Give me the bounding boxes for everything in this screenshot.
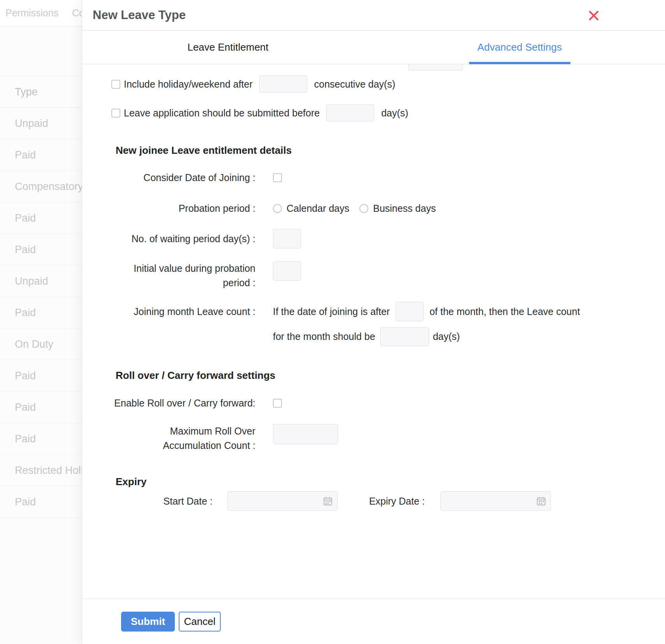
initial-value-label: Initial value during probation period : bbox=[82, 261, 255, 290]
background-page: Permissions Co Type Unpaid Paid Compensa… bbox=[0, 0, 82, 644]
max-rollover-label: Maximum Roll Over Accumulation Count : bbox=[82, 424, 255, 453]
joining-line2-suffix: day(s) bbox=[433, 331, 460, 342]
calendar-days-label: Calendar days bbox=[287, 203, 349, 214]
modal-header: New Leave Type bbox=[82, 0, 665, 31]
rollover-heading: Roll over / Carry forward settings bbox=[116, 369, 665, 382]
joining-month-label: Joining month Leave count : bbox=[82, 302, 255, 321]
consider-doj-checkbox[interactable] bbox=[273, 173, 282, 182]
modal-footer: Submit Cancel bbox=[82, 598, 665, 644]
table-header-type: Type bbox=[0, 76, 82, 108]
probation-period-label: Probation period : bbox=[82, 201, 255, 216]
table-row: Paid bbox=[0, 297, 82, 329]
background-panel: Type Unpaid Paid Compensatory Off Paid P… bbox=[0, 26, 82, 644]
submit-before-checkbox[interactable] bbox=[111, 109, 120, 118]
close-button[interactable] bbox=[587, 9, 601, 23]
enable-rollover-checkbox[interactable] bbox=[273, 399, 282, 408]
table-row: Paid bbox=[0, 234, 82, 266]
table-row: Unpaid bbox=[0, 108, 82, 139]
modal-title: New Leave Type bbox=[93, 0, 186, 30]
include-holiday-row: Include holiday/weekend after consecutiv… bbox=[111, 76, 665, 93]
waiting-period-input[interactable] bbox=[273, 229, 301, 248]
nav-tab-partial: Co bbox=[72, 0, 82, 26]
table-row: Paid bbox=[0, 392, 82, 423]
submit-before-suffix: day(s) bbox=[381, 107, 408, 119]
max-rollover-input[interactable] bbox=[273, 424, 338, 444]
joining-month-line1: If the date of joining is after of the m… bbox=[273, 302, 580, 321]
table-row: Restricted Holiday bbox=[0, 455, 82, 486]
tab-advanced-settings-label: Advanced Settings bbox=[477, 41, 562, 53]
consider-doj-row: Consider Date of Joining : bbox=[82, 171, 665, 185]
enable-rollover-label: Enable Roll over / Carry forward: bbox=[82, 396, 255, 410]
modal-body: Include holiday/weekend after consecutiv… bbox=[82, 64, 665, 599]
start-date-input[interactable] bbox=[227, 491, 338, 511]
tab-leave-entitlement[interactable]: Leave Entitlement bbox=[82, 31, 374, 64]
leave-type-table: Type Unpaid Paid Compensatory Off Paid P… bbox=[0, 76, 82, 518]
nav-tab-permissions: Permissions bbox=[5, 0, 58, 26]
joining-month-row: Joining month Leave count : If the date … bbox=[82, 302, 665, 346]
consecutive-days-input[interactable] bbox=[259, 76, 307, 93]
table-row: Paid bbox=[0, 202, 82, 234]
waiting-period-label: No. of waiting period day(s) : bbox=[82, 232, 255, 246]
calendar-days-radio[interactable] bbox=[273, 204, 282, 213]
initial-value-input[interactable] bbox=[273, 261, 301, 281]
table-row: Compensatory Off bbox=[0, 171, 82, 202]
cancel-button[interactable]: Cancel bbox=[179, 612, 221, 632]
consecutive-days-suffix: consecutive day(s) bbox=[314, 79, 395, 90]
new-leave-type-modal: New Leave Type Leave Entitlement Advance… bbox=[82, 0, 665, 644]
table-row: Paid bbox=[0, 486, 82, 518]
max-rollover-row: Maximum Roll Over Accumulation Count : bbox=[82, 424, 665, 453]
submit-before-days-input[interactable] bbox=[326, 104, 374, 121]
start-date-label: Start Date : bbox=[82, 491, 213, 511]
business-days-radio[interactable] bbox=[359, 204, 368, 213]
joining-count-input[interactable] bbox=[380, 327, 429, 346]
clipped-top-input[interactable] bbox=[408, 64, 463, 70]
background-topnav: Permissions Co bbox=[0, 0, 82, 26]
new-joinee-heading: New joinee Leave entitlement details bbox=[116, 144, 665, 157]
expiry-dates-row: Start Date : bbox=[82, 491, 665, 511]
table-row: Unpaid bbox=[0, 266, 82, 297]
joining-line1-prefix: If the date of joining is after bbox=[273, 306, 390, 317]
joining-line2-prefix: for the month should be bbox=[273, 331, 375, 342]
enable-rollover-row: Enable Roll over / Carry forward: bbox=[82, 396, 665, 410]
joining-line1-suffix: of the month, then the Leave count bbox=[429, 306, 580, 317]
include-holiday-label: Include holiday/weekend after bbox=[124, 79, 253, 90]
start-date-field bbox=[227, 491, 338, 511]
table-row: Paid bbox=[0, 423, 82, 455]
table-row: On Duty bbox=[0, 329, 82, 360]
joining-month-line2: for the month should be day(s) bbox=[273, 327, 460, 346]
modal-tab-bar: Leave Entitlement Advanced Settings bbox=[82, 31, 665, 64]
probation-period-row: Probation period : Calendar days Busines… bbox=[82, 201, 665, 216]
expiry-date-field bbox=[440, 491, 551, 511]
consider-doj-label: Consider Date of Joining : bbox=[82, 171, 255, 185]
expiry-date-label: Expiry Date : bbox=[338, 491, 425, 511]
expiry-date-input[interactable] bbox=[440, 491, 551, 511]
close-icon bbox=[587, 17, 601, 24]
initial-value-row: Initial value during probation period : bbox=[82, 261, 665, 290]
business-days-label: Business days bbox=[373, 203, 436, 214]
table-row: Paid bbox=[0, 139, 82, 171]
waiting-period-row: No. of waiting period day(s) : bbox=[82, 229, 665, 248]
joining-day-input[interactable] bbox=[396, 302, 424, 321]
submit-before-row: Leave application should be submitted be… bbox=[111, 104, 665, 121]
submit-button[interactable]: Submit bbox=[121, 612, 175, 632]
include-holiday-checkbox[interactable] bbox=[111, 80, 120, 89]
submit-before-label: Leave application should be submitted be… bbox=[124, 107, 320, 119]
table-row: Paid bbox=[0, 360, 82, 392]
expiry-heading: Expiry bbox=[116, 475, 665, 488]
tab-advanced-settings[interactable]: Advanced Settings bbox=[374, 31, 665, 64]
